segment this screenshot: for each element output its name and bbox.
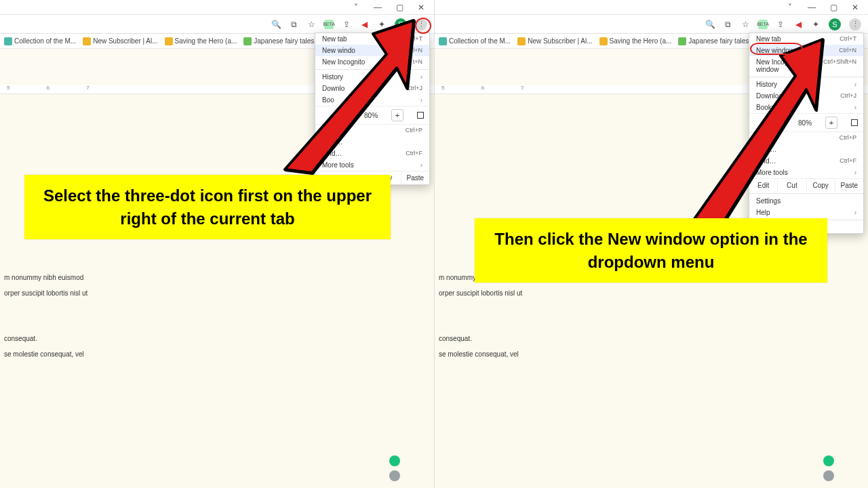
bookmark-icon (165, 37, 173, 45)
bookmark-item[interactable]: Collection of the M... (439, 37, 511, 45)
bookmark-item[interactable]: New Subscriber | Al... (83, 37, 157, 45)
chevron-down-icon[interactable]: ˅ (351, 3, 361, 12)
bookmark-label: New Subscriber | Al... (93, 37, 157, 45)
doc-text: se molestie consequat, vel (439, 348, 861, 361)
close-button[interactable]: ✕ (416, 3, 426, 12)
bookmark-icon (243, 37, 252, 45)
doc-text: orper suscipit lobortis nisl ut (439, 287, 861, 300)
bookmark-icon (517, 37, 526, 45)
grammarly-icon[interactable] (823, 455, 834, 466)
window-titlebar: ˅ — ▢ ✕ (0, 0, 434, 15)
bookmark-label: Collection of the M... (449, 37, 511, 45)
tab-icon[interactable]: ⧉ (723, 20, 732, 29)
red-arrow-icon (271, 14, 420, 176)
bookmark-icon (599, 37, 608, 45)
bookmark-label: New Subscriber | Al... (528, 37, 592, 45)
horn-icon[interactable]: ◀ (793, 20, 803, 29)
callout-left: Select the three-dot icon first on the u… (24, 175, 391, 239)
left-panel: ˅ — ▢ ✕ 🔍 ⧉ ☆ BETA ⇪ ◀ ✦ S ⋮ Collection … (0, 0, 434, 488)
bookmark-label: Collection of the M... (14, 37, 76, 45)
bookmark-icon (439, 37, 447, 45)
bookmark-item[interactable]: Saving the Hero (a... (599, 37, 672, 45)
explore-icon[interactable] (823, 470, 834, 481)
close-button[interactable]: ✕ (850, 3, 860, 12)
bookmark-label: Saving the Hero (a... (175, 37, 237, 45)
bookmark-icon (4, 37, 12, 45)
minimize-button[interactable]: — (807, 3, 816, 12)
beta-badge: BETA (758, 20, 768, 29)
share-icon[interactable]: ⇪ (776, 20, 785, 29)
floating-badges (823, 455, 834, 481)
doc-text: consequat. (439, 332, 861, 345)
minimize-button[interactable]: — (373, 3, 382, 12)
floating-badges (389, 455, 400, 481)
callout-right: Then click the New window option in the … (475, 218, 827, 283)
highlight-circle (415, 18, 431, 34)
menu-paste[interactable]: Paste (835, 179, 863, 192)
grammarly-icon[interactable] (389, 455, 400, 466)
profile-avatar[interactable]: S (829, 18, 841, 30)
doc-text: orper suscipit lobortis nisl ut (4, 287, 427, 300)
fullscreen-icon[interactable] (851, 119, 858, 126)
maximize-button[interactable]: ▢ (829, 3, 838, 12)
bookmark-item[interactable]: Saving the Hero (a... (165, 37, 237, 45)
window-titlebar: ˅ — ▢ ✕ (434, 0, 868, 15)
bookmark-label: Saving the Hero (a... (610, 37, 672, 45)
bookmark-item[interactable]: New Subscriber | Al... (517, 37, 592, 45)
maximize-button[interactable]: ▢ (395, 3, 404, 12)
extensions-icon[interactable]: ✦ (811, 20, 821, 29)
star-icon[interactable]: ☆ (741, 20, 750, 29)
bookmark-icon (83, 37, 91, 45)
zoom-icon[interactable]: 🔍 (705, 20, 715, 29)
chevron-down-icon[interactable]: ˅ (785, 3, 795, 12)
browser-toolbar: 🔍 ⧉ ☆ BETA ⇪ ◀ ✦ S ⋮ (435, 15, 868, 34)
red-arrow-icon (679, 34, 828, 230)
three-dot-menu-button[interactable]: ⋮ (849, 18, 861, 30)
highlight-circle (750, 43, 803, 55)
svg-marker-0 (285, 20, 414, 173)
svg-marker-1 (691, 39, 823, 226)
doc-text: se molestie consequat, vel (4, 348, 427, 361)
explore-icon[interactable] (389, 470, 400, 481)
doc-text: m nonummy nibh euismod (4, 271, 427, 284)
bookmark-item[interactable]: Collection of the M... (4, 37, 76, 45)
doc-text: consequat. (4, 332, 427, 345)
